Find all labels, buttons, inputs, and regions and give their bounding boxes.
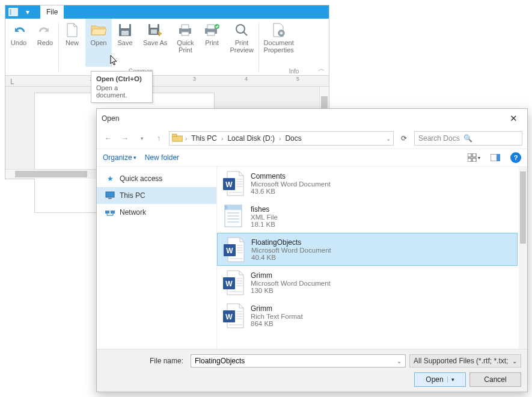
- file-type: Rich Text Format: [251, 313, 303, 320]
- document-properties-icon: [271, 22, 287, 38]
- file-item[interactable]: fishesXML File18.1 KB: [217, 200, 518, 233]
- nav-forward-button[interactable]: →: [118, 132, 132, 145]
- svg-rect-22: [472, 153, 476, 157]
- dialog-titlebar: Open ✕: [97, 109, 527, 128]
- print-icon: [204, 22, 219, 38]
- file-name: fishes: [251, 205, 278, 214]
- search-input[interactable]: Search Docs 🔍: [414, 131, 522, 146]
- word-file-icon: W: [222, 170, 245, 197]
- new-button[interactable]: New: [59, 19, 85, 67]
- dialog-title: Open: [102, 114, 119, 123]
- qat-layout-button[interactable]: [8, 7, 19, 17]
- network-icon: [105, 208, 115, 217]
- svg-rect-14: [207, 32, 215, 35]
- tooltip-title: Open (Ctrl+O): [96, 75, 147, 82]
- refresh-button[interactable]: ⟳: [397, 132, 411, 145]
- view-mode-button[interactable]: ▾: [467, 152, 480, 164]
- file-type: Microsoft Word Document: [251, 247, 331, 254]
- document-properties-button[interactable]: Document Properties: [259, 19, 299, 67]
- ruler[interactable]: L 1 2 3 4 5: [5, 76, 329, 87]
- file-name: Grimm: [251, 271, 331, 280]
- svg-rect-11: [182, 32, 189, 35]
- print-preview-button[interactable]: Print Preview: [225, 19, 258, 67]
- dialog-nav-row: ← → ▾ ↑ › This PC › Local Disk (D:) › Do…: [97, 128, 527, 149]
- qat-dropdown-icon[interactable]: ▾: [22, 7, 33, 17]
- quick-access-icon: ★: [105, 174, 115, 183]
- svg-rect-13: [207, 25, 215, 29]
- search-icon: 🔍: [463, 134, 472, 143]
- file-item[interactable]: WGrimmMicrosoft Word Document130 KB: [217, 266, 518, 299]
- svg-text:W: W: [225, 180, 233, 189]
- ribbon-collapse-icon[interactable]: ︿: [318, 64, 325, 74]
- nav-quick-access[interactable]: ★ Quick access: [97, 170, 216, 187]
- save-as-button[interactable]: Save As: [138, 19, 172, 67]
- breadcrumb-thispc[interactable]: This PC: [189, 134, 219, 143]
- save-as-icon: [147, 22, 163, 38]
- new-folder-button[interactable]: New folder: [145, 153, 179, 162]
- breadcrumb-drive[interactable]: Local Disk (D:): [225, 134, 277, 143]
- breadcrumb-folder[interactable]: Docs: [283, 134, 303, 143]
- word-file-icon: W: [222, 269, 245, 296]
- nav-back-button[interactable]: ←: [102, 132, 115, 145]
- svg-rect-7: [150, 24, 157, 28]
- quick-print-button[interactable]: Quick Print: [172, 19, 198, 67]
- save-button[interactable]: Save: [112, 19, 138, 67]
- file-name-input[interactable]: FloatingObjects ⌄: [191, 354, 406, 368]
- file-size: 40.4 KB: [251, 254, 331, 261]
- file-item[interactable]: WCommentsMicrosoft Word Document43.6 KB: [217, 167, 518, 200]
- tab-file[interactable]: File: [40, 5, 64, 19]
- file-list-scrollbar[interactable]: [519, 167, 527, 349]
- word-file-icon: W: [222, 236, 245, 263]
- svg-rect-2: [12, 9, 17, 15]
- cancel-button[interactable]: Cancel: [469, 372, 521, 387]
- file-item[interactable]: WFloatingObjectsMicrosoft Word Document4…: [217, 233, 518, 266]
- open-confirm-button[interactable]: Open ▾: [414, 372, 466, 387]
- svg-rect-29: [105, 211, 109, 214]
- svg-rect-27: [106, 192, 114, 197]
- nav-up-button[interactable]: ↑: [152, 132, 165, 145]
- chevron-down-icon[interactable]: ⌄: [512, 358, 517, 365]
- preview-pane-button[interactable]: [489, 152, 502, 164]
- breadcrumb-dropdown-icon[interactable]: ⌄: [386, 135, 391, 142]
- file-size: 18.1 KB: [251, 221, 278, 228]
- svg-rect-10: [182, 25, 189, 29]
- undo-icon: [11, 22, 26, 38]
- close-button[interactable]: ✕: [505, 111, 522, 126]
- file-item[interactable]: WGrimmRich Text Format864 KB: [217, 299, 518, 332]
- svg-rect-1: [10, 9, 11, 15]
- save-icon: [117, 22, 133, 38]
- ruler-margin-marker[interactable]: L: [10, 78, 14, 86]
- file-list[interactable]: WCommentsMicrosoft Word Document43.6 KBf…: [217, 167, 527, 349]
- svg-rect-4: [121, 24, 129, 28]
- file-name: Grimm: [251, 304, 303, 313]
- text-file-icon: [222, 203, 245, 230]
- dialog-bottom: File name: FloatingObjects ⌄ All Support…: [97, 349, 527, 392]
- svg-rect-26: [497, 154, 500, 161]
- svg-text:W: W: [225, 280, 233, 288]
- this-pc-icon: [105, 191, 115, 200]
- open-split-dropdown-icon[interactable]: ▾: [447, 377, 454, 383]
- print-preview-icon: [234, 22, 249, 38]
- dialog-toolbar: Organize ▾ New folder ▾ ?: [97, 149, 527, 167]
- redo-button[interactable]: Redo: [32, 19, 58, 67]
- file-type-filter[interactable]: All Supported Files (*.rtf; *.txt; * ⌄: [409, 354, 521, 368]
- file-type: Microsoft Word Document: [251, 180, 331, 188]
- open-button[interactable]: Open: [85, 19, 112, 67]
- nav-this-pc[interactable]: This PC: [97, 187, 216, 204]
- help-button[interactable]: ?: [510, 152, 521, 163]
- svg-rect-23: [468, 158, 471, 162]
- open-dialog: Open ✕ ← → ▾ ↑ › This PC › Local Disk (D…: [96, 108, 528, 392]
- breadcrumb[interactable]: › This PC › Local Disk (D:) › Docs ⌄: [169, 131, 394, 146]
- nav-recent-dropdown[interactable]: ▾: [135, 132, 148, 145]
- file-name-label: File name:: [103, 357, 187, 365]
- svg-rect-24: [472, 158, 476, 162]
- word-file-icon: W: [222, 303, 245, 329]
- nav-network[interactable]: Network: [97, 204, 216, 221]
- print-button[interactable]: Print: [198, 19, 225, 67]
- tooltip-body: Open a document.: [96, 84, 147, 99]
- search-placeholder: Search Docs: [418, 134, 460, 143]
- organize-button[interactable]: Organize ▾: [103, 153, 136, 162]
- chevron-down-icon[interactable]: ⌄: [397, 358, 402, 365]
- undo-button[interactable]: Undo: [5, 19, 32, 67]
- file-size: 130 KB: [251, 287, 331, 294]
